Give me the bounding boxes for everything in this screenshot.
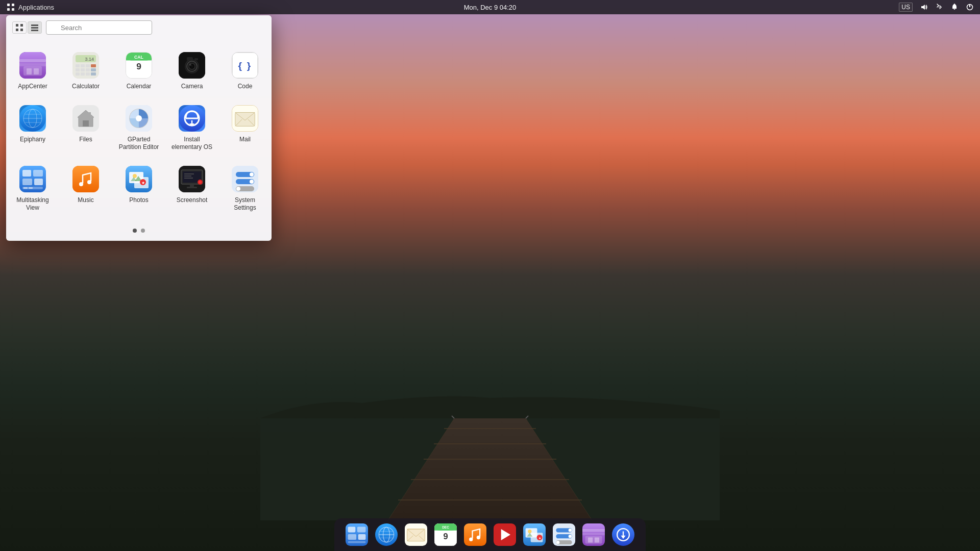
camera-label: Camera <box>181 83 203 91</box>
svg-rect-128 <box>348 534 357 540</box>
dock-item-installer[interactable] <box>611 522 635 547</box>
svg-rect-36 <box>76 64 80 67</box>
app-item-appcenter[interactable]: AppCenter <box>7 45 58 96</box>
app-item-mail[interactable]: Mail <box>219 98 271 157</box>
app-item-camera[interactable]: Camera <box>166 45 217 96</box>
svg-rect-40 <box>76 68 80 71</box>
multitasking-icon <box>19 166 46 192</box>
svg-rect-170 <box>588 538 593 543</box>
svg-text:9: 9 <box>136 61 141 71</box>
app-item-music[interactable]: Music <box>60 159 111 217</box>
svg-rect-20 <box>16 24 18 27</box>
svg-rect-47 <box>91 72 96 76</box>
svg-rect-96 <box>29 187 33 189</box>
svg-rect-32 <box>34 68 39 74</box>
svg-point-163 <box>569 535 572 538</box>
app-item-multitasking[interactable]: Multitasking View <box>7 159 58 217</box>
svg-point-149 <box>477 536 480 539</box>
notification-icon[interactable] <box>950 3 959 11</box>
svg-rect-21 <box>20 24 23 27</box>
page-dot-1[interactable] <box>133 229 137 233</box>
dock-item-music[interactable] <box>463 522 487 547</box>
svg-rect-42 <box>86 68 90 71</box>
svg-rect-15 <box>12 8 14 11</box>
applications-label[interactable]: Applications <box>18 4 54 11</box>
app-item-screenshot[interactable]: Screenshot <box>166 159 217 217</box>
svg-point-98 <box>79 182 83 186</box>
svg-rect-23 <box>20 29 23 31</box>
svg-rect-13 <box>12 4 14 6</box>
dock-item-mail[interactable] <box>404 522 428 547</box>
panel-right: US <box>899 3 974 12</box>
install-elementary-label: Install elementary OS <box>170 136 213 152</box>
calculator-icon: 3.14 <box>72 52 99 79</box>
system-settings-icon <box>232 166 258 192</box>
app-item-code[interactable]: { } Code <box>219 45 271 96</box>
app-item-epiphany[interactable]: Epiphany <box>7 98 58 157</box>
svg-rect-62 <box>194 58 198 60</box>
svg-rect-30 <box>23 66 42 76</box>
app-item-install-elementary[interactable]: Install elementary OS <box>166 98 217 157</box>
svg-rect-39 <box>91 64 96 67</box>
search-wrapper: 🔍 <box>46 20 265 35</box>
app-item-calendar[interactable]: CAL 9 Calendar <box>113 45 164 96</box>
svg-point-148 <box>469 538 473 541</box>
svg-rect-92 <box>22 179 32 185</box>
dock-item-system-settings[interactable] <box>552 522 576 547</box>
svg-rect-91 <box>33 170 43 177</box>
svg-rect-24 <box>31 24 38 26</box>
svg-rect-130 <box>348 541 366 543</box>
svg-point-117 <box>199 181 202 184</box>
files-icon <box>72 105 99 132</box>
svg-point-103 <box>133 174 137 178</box>
svg-rect-93 <box>34 179 43 185</box>
svg-rect-61 <box>187 57 193 61</box>
photos-icon: ★ <box>126 166 152 192</box>
app-item-files[interactable]: Files <box>60 98 111 157</box>
network-icon[interactable] <box>935 3 943 11</box>
calendar-icon: CAL 9 <box>126 52 152 79</box>
multitasking-label: Multitasking View <box>11 196 54 212</box>
svg-point-120 <box>250 172 254 177</box>
page-dot-2[interactable] <box>141 229 145 233</box>
list-view-button[interactable] <box>28 21 42 34</box>
app-item-system-settings[interactable]: System Settings <box>219 159 271 217</box>
svg-rect-97 <box>72 166 99 192</box>
bottom-dock: DEC 9 <box>334 518 646 551</box>
dock-item-photos[interactable]: ★ <box>522 522 547 547</box>
svg-rect-169 <box>585 536 602 544</box>
svg-text:9: 9 <box>443 532 448 541</box>
gparted-icon <box>126 105 152 132</box>
photos-label: Photos <box>129 196 148 205</box>
svg-rect-26 <box>31 30 38 31</box>
dock-item-videos[interactable] <box>493 522 517 547</box>
mail-icon <box>232 105 258 132</box>
svg-rect-147 <box>464 523 486 546</box>
screenshot-icon <box>179 166 205 192</box>
app-item-gparted[interactable]: GParted Partition Editor <box>113 98 164 157</box>
keyboard-layout-indicator[interactable]: US <box>899 3 913 12</box>
appcenter-label: AppCenter <box>18 83 47 91</box>
power-icon[interactable] <box>966 3 974 11</box>
applications-icon[interactable] <box>6 3 15 12</box>
svg-rect-43 <box>91 68 96 71</box>
svg-rect-126 <box>348 527 356 532</box>
gparted-label: GParted Partition Editor <box>117 136 160 152</box>
volume-icon[interactable] <box>920 3 928 11</box>
grid-view-button[interactable] <box>12 21 27 34</box>
app-item-calculator[interactable]: 3.14 Calculator <box>60 45 111 96</box>
search-input[interactable] <box>46 20 152 35</box>
svg-rect-38 <box>86 64 90 67</box>
dock-item-multitasking[interactable] <box>345 522 369 547</box>
app-item-photos[interactable]: ★ Photos <box>113 159 164 217</box>
svg-rect-95 <box>23 187 28 189</box>
svg-point-122 <box>250 180 254 184</box>
dock-item-appcenter[interactable] <box>581 522 606 547</box>
svg-rect-31 <box>27 68 32 74</box>
svg-rect-167 <box>582 529 605 532</box>
dock-item-epiphany[interactable] <box>374 522 399 547</box>
svg-rect-28 <box>19 59 46 62</box>
dock-item-calendar[interactable]: DEC 9 <box>433 522 458 547</box>
svg-rect-45 <box>81 72 85 76</box>
svg-text:★: ★ <box>141 181 145 185</box>
